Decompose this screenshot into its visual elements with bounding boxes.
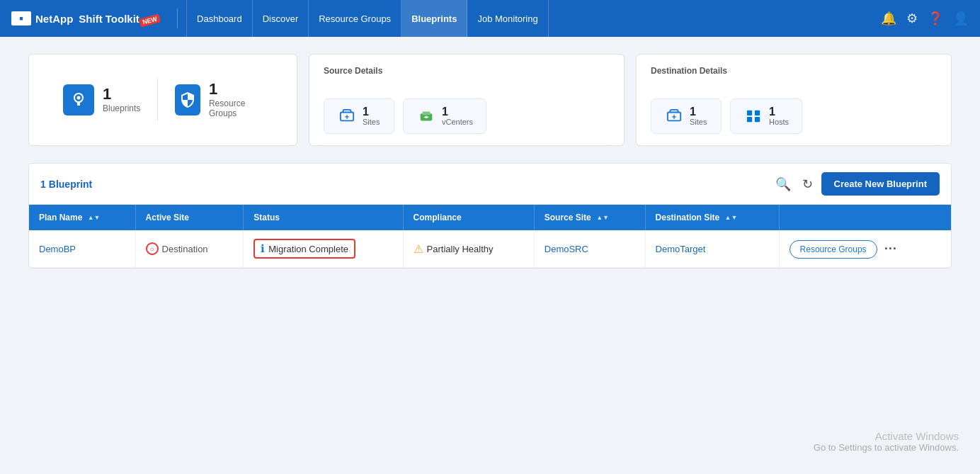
cell-source-site: DemoSRC [534,230,645,268]
source-vcenters-label: vCenters [442,118,473,126]
table-count: 1Blueprint [40,179,95,190]
info-icon: ℹ [261,242,265,255]
destination-status-icon: ○ [146,242,159,255]
main-stats-card: 1 Blueprints 1 Resource Groups [28,54,297,146]
compliance-cell: ⚠ Partially Healthy [414,242,524,256]
netapp-logo: ■ [11,11,31,26]
col-actions [779,205,951,230]
svg-rect-8 [747,117,752,122]
more-options-button[interactable]: ⋯ [879,239,901,257]
dest-sites-count: 1 [690,106,707,118]
create-blueprint-button[interactable]: Create New Blueprint [821,172,940,196]
nav-discover[interactable]: Discover [253,0,309,37]
svg-rect-6 [747,111,752,115]
resource-groups-info: 1 Resource Groups [209,81,263,118]
destination-details-title: Destination Details [651,66,727,76]
toolkit-name: Shift Toolkit NEW [79,13,160,25]
brand: ■ NetApp Shift Toolkit NEW [11,11,160,26]
source-vcenters-count: 1 [442,106,473,118]
sort-arrows-plan: ▲▼ [88,215,101,221]
destination-site-link[interactable]: DemoTarget [656,244,706,254]
cell-row-actions: Resource Groups ⋯ [779,230,951,268]
dest-hosts-item: 1 Hosts [730,98,802,134]
search-button[interactable]: 🔍 [773,174,794,195]
gear-icon[interactable]: ⚙ [906,11,918,26]
col-plan-name: Plan Name ▲▼ [29,205,135,230]
destination-details-card: Destination Details 1 Sites [636,54,952,146]
plan-name-link[interactable]: DemoBP [39,244,76,254]
source-sites-count: 1 [363,106,380,118]
table-actions: 🔍 ↻ Create New Blueprint [773,172,940,196]
resource-groups-section: 1 Resource Groups [158,76,280,124]
source-items: 1 Sites 1 vCente [324,98,486,134]
resource-groups-count: 1 [209,81,263,97]
dest-hosts-count: 1 [769,106,789,118]
source-details-title: Source Details [324,66,382,76]
resource-groups-icon [175,84,200,115]
resource-groups-btn[interactable]: Resource Groups [790,240,877,259]
svg-point-0 [77,96,81,100]
bell-icon[interactable]: 🔔 [881,11,896,26]
dest-hosts-icon [743,106,763,126]
cell-compliance: ⚠ Partially Healthy [403,230,534,268]
dest-sites-info: 1 Sites [690,106,707,126]
source-vcenters-item: 1 vCenters [403,98,486,134]
new-badge: NEW [139,13,161,27]
migration-complete-status: ℹ Migration Complete [253,239,355,259]
sort-arrows-dest: ▲▼ [725,215,738,221]
blueprints-section: 1 Blueprints [46,79,158,121]
active-site-value: Destination [162,244,208,254]
cell-active-site: ○ Destination [135,230,244,268]
blueprints-count: 1 [103,86,140,102]
nav-blueprints[interactable]: Blueprints [401,0,467,37]
source-site-link[interactable]: DemoSRC [545,244,588,254]
cell-status: ℹ Migration Complete [244,230,403,268]
destination-items: 1 Sites 1 Hosts [651,98,802,134]
source-sites-label: Sites [363,118,380,126]
svg-rect-9 [755,117,760,122]
col-status: Status [244,205,403,230]
warning-icon: ⚠ [414,242,423,256]
navbar-icons: 🔔 ⚙ ❓ 👤 [881,11,969,26]
refresh-button[interactable]: ↻ [799,174,816,195]
source-sites-info: 1 Sites [363,106,380,126]
table-row: DemoBP ○ Destination ℹ Migration Complet… [29,230,951,268]
table-count-number: 1 [40,179,46,190]
svg-rect-3 [423,112,431,115]
compliance-value: Partially Healthy [427,244,494,254]
status-cell: ℹ Migration Complete [253,239,392,259]
table-header-bar: 1Blueprint 🔍 ↻ Create New Blueprint [29,164,951,205]
cell-destination-site: DemoTarget [645,230,779,268]
dest-sites-item: 1 Sites [651,98,722,134]
blueprint-table-section: 1Blueprint 🔍 ↻ Create New Blueprint Plan… [28,163,952,269]
source-vcenters-info: 1 vCenters [442,106,473,126]
source-sites-icon [337,106,357,126]
dest-sites-label: Sites [690,118,707,126]
sort-arrows-source: ▲▼ [596,215,609,221]
brand-name: NetApp [35,13,73,25]
nav-divider [177,9,178,28]
col-source-site: Source Site ▲▼ [534,205,645,230]
nav-job-monitoring[interactable]: Job Monitoring [467,0,548,37]
dest-sites-icon [664,106,684,126]
table-header-row: Plan Name ▲▼ Active Site Status Complian… [29,205,951,230]
table-count-label: Blueprint [49,179,92,190]
dest-hosts-info: 1 Hosts [769,106,789,126]
nav-dashboard[interactable]: Dashboard [186,0,253,37]
source-vcenters-icon [416,106,436,126]
cell-plan-name: DemoBP [29,230,135,268]
dest-hosts-label: Hosts [769,118,789,126]
nav-links: Dashboard Discover Resource Groups Bluep… [186,0,881,37]
user-icon[interactable]: 👤 [953,11,969,26]
source-sites-item: 1 Sites [324,98,394,134]
stats-row: 1 Blueprints 1 Resource Groups Source De… [28,54,952,146]
source-details-card: Source Details 1 Sites [309,54,625,146]
status-value: Migration Complete [268,244,348,254]
blueprints-label: Blueprints [103,103,140,113]
blueprints-table: Plan Name ▲▼ Active Site Status Complian… [29,205,951,268]
nav-resource-groups[interactable]: Resource Groups [309,0,401,37]
help-icon[interactable]: ❓ [928,11,943,26]
col-destination-site: Destination Site ▲▼ [645,205,779,230]
col-compliance: Compliance [403,205,534,230]
main-content: 1 Blueprints 1 Resource Groups Source De… [0,37,980,286]
